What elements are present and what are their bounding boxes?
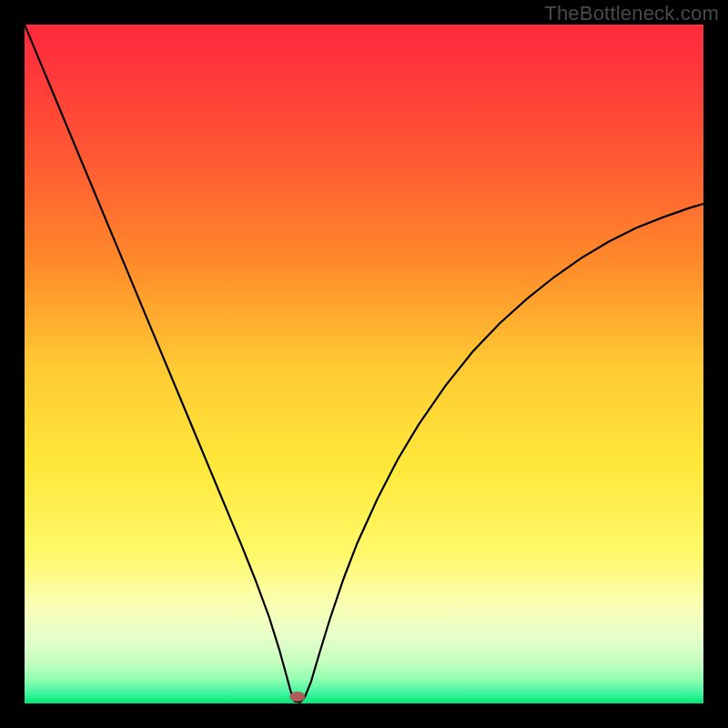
chart-frame: TheBottleneck.com	[0, 0, 728, 728]
plot-area	[25, 25, 703, 703]
watermark-label: TheBottleneck.com	[544, 2, 719, 25]
plot-svg	[25, 25, 703, 703]
gradient-background	[25, 25, 703, 703]
optimal-point-marker	[290, 692, 305, 701]
